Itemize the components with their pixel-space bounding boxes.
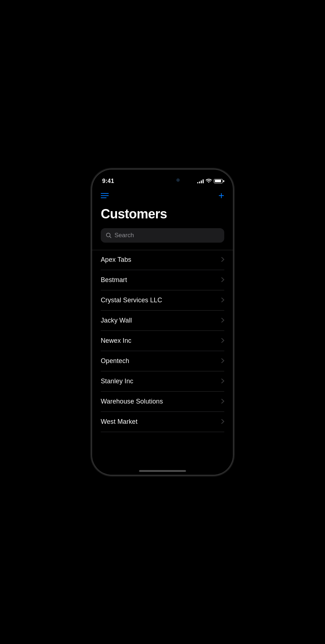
- menu-button[interactable]: [101, 193, 109, 198]
- customer-name: West Market: [101, 418, 138, 426]
- search-icon: [106, 233, 112, 238]
- customer-name: Warehouse Solutions: [101, 398, 163, 405]
- chevron-right-icon: [221, 358, 224, 364]
- customer-name: Newex Inc: [101, 337, 131, 345]
- dynamic-island: [141, 174, 184, 187]
- chevron-right-icon: [221, 257, 224, 263]
- signal-bar-1: [197, 182, 198, 183]
- phone-screen: 9:41: [92, 170, 233, 475]
- chevron-right-icon: [221, 297, 224, 304]
- chevron-right-icon: [221, 419, 224, 425]
- battery-icon: [214, 179, 223, 183]
- status-time: 9:41: [102, 178, 114, 184]
- search-bar[interactable]: [101, 228, 224, 243]
- signal-bar-2: [199, 182, 200, 183]
- signal-bar-4: [203, 179, 204, 183]
- hamburger-line-3: [101, 197, 107, 198]
- customer-name: Jacky Wall: [101, 317, 132, 324]
- list-item[interactable]: Jacky Wall: [101, 311, 224, 331]
- hamburger-line-2: [101, 195, 109, 196]
- wifi-icon: [206, 178, 212, 184]
- chevron-right-icon: [221, 317, 224, 324]
- list-item[interactable]: Newex Inc: [101, 331, 224, 351]
- battery-fill: [215, 180, 221, 182]
- add-customer-button[interactable]: +: [218, 191, 224, 201]
- chevron-right-icon: [221, 398, 224, 405]
- customer-name: Opentech: [101, 357, 129, 365]
- list-item[interactable]: West Market: [101, 412, 224, 432]
- chevron-right-icon: [221, 277, 224, 283]
- header: +: [101, 188, 224, 201]
- hamburger-line-1: [101, 193, 109, 194]
- chevron-right-icon: [221, 338, 224, 344]
- customer-list: Apex TabsBestmartCrystal Services LLCJac…: [101, 250, 224, 432]
- list-item[interactable]: Opentech: [101, 351, 224, 371]
- list-item[interactable]: Warehouse Solutions: [101, 392, 224, 412]
- list-item[interactable]: Apex Tabs: [101, 250, 224, 270]
- status-icons: [197, 178, 223, 184]
- list-item[interactable]: Stanley Inc: [101, 371, 224, 392]
- search-input[interactable]: [114, 232, 219, 239]
- home-indicator: [139, 470, 186, 472]
- signal-bars: [197, 179, 204, 183]
- list-item[interactable]: Crystal Services LLC: [101, 290, 224, 311]
- list-item[interactable]: Bestmart: [101, 270, 224, 290]
- main-content: + Customers Apex TabsBestmartCrystal Ser…: [92, 188, 233, 475]
- phone-frame: 9:41: [92, 170, 233, 475]
- customer-name: Apex Tabs: [101, 256, 131, 264]
- customer-name: Crystal Services LLC: [101, 297, 162, 304]
- customer-name: Bestmart: [101, 276, 127, 284]
- page-title: Customers: [101, 206, 224, 222]
- chevron-right-icon: [221, 378, 224, 385]
- signal-bar-3: [201, 180, 202, 183]
- front-camera: [176, 178, 180, 182]
- customer-name: Stanley Inc: [101, 378, 133, 385]
